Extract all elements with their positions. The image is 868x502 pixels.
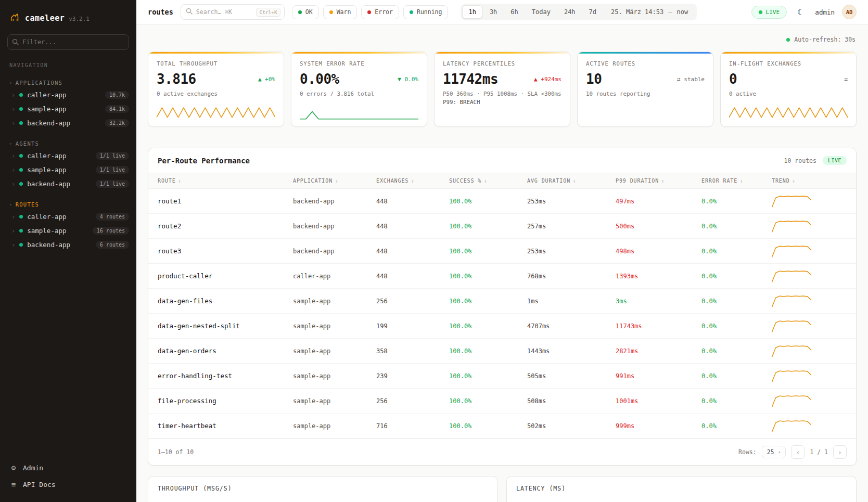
cell-success: 100.0% [440,239,518,264]
cell-error-rate: 0.0% [692,264,762,289]
cell-success: 100.0% [440,364,518,389]
table-row[interactable]: error-handling-test sample-app 239 100.0… [148,364,856,389]
table-row[interactable]: data-gen-nested-split sample-app 199 100… [148,314,856,339]
sort-icon: ↕ [178,178,182,184]
count-badge: 1/1 live [96,180,129,188]
sidebar-item-label: caller-app [27,213,66,221]
sort-icon: ↕ [484,178,487,184]
cell-p99-duration: 1001ms [606,389,692,414]
range-button[interactable]: 1h [462,5,482,19]
column-header-error-rate[interactable]: ERROR RATE↕ [692,173,762,189]
table-row[interactable]: timer-heartbeat sample-app 716 100.0% 50… [148,414,856,439]
sidebar-item[interactable]: › backend-app 32.2k [0,116,136,130]
cell-success: 100.0% [440,189,518,214]
column-header-success-[interactable]: SUCCESS %↕ [440,173,518,189]
cell-success: 100.0% [440,314,518,339]
chip-label: OK [305,8,313,16]
sidebar-item-label: backend-app [27,119,70,127]
column-header-p99-duration[interactable]: P99 DURATION↕ [606,173,692,189]
status-dot [19,121,23,125]
filter-chip[interactable]: OK [292,5,319,19]
filter-chip[interactable]: Running [403,5,448,19]
kpi-value: 0 [729,71,737,87]
cell-p99-duration: 1393ms [606,264,692,289]
sidebar-footer: ⚙ Admin ≡ API Docs [0,454,136,502]
cell-avg-duration: 1443ms [518,339,606,364]
chevron-right-icon: › [11,120,15,127]
filter-chip[interactable]: Error [361,5,399,19]
table-row[interactable]: route2 backend-app 448 100.0% 257ms 500m… [148,214,856,239]
panel-title: Per-Route Performance [158,157,250,165]
table-row[interactable]: route1 backend-app 448 100.0% 253ms 497m… [148,189,856,214]
cell-route: data-gen-files [148,289,284,314]
cell-error-rate: 0.0% [692,389,762,414]
sidebar-section-header[interactable]: ▾ AGENTS [0,138,136,149]
theme-toggle[interactable]: ☾ [794,5,808,19]
table-row[interactable]: route3 backend-app 448 100.0% 253ms 498m… [148,239,856,264]
cell-exchanges: 448 [367,264,440,289]
sidebar-item-admin[interactable]: ⚙ Admin [9,459,127,476]
rows-per-page-select[interactable]: 25 ▾ [762,446,786,458]
cell-trend [762,389,856,414]
cell-exchanges: 448 [367,239,440,264]
cell-trend [762,339,856,364]
chart-panel: LATENCY (MS) [506,476,857,502]
column-header-route[interactable]: ROUTE↕ [148,173,284,189]
next-page-button[interactable]: › [833,445,847,459]
username: admin [815,8,835,16]
table-row[interactable]: data-gen-orders sample-app 358 100.0% 14… [148,339,856,364]
column-header-application[interactable]: APPLICATION↕ [284,173,367,189]
table-row[interactable]: file-processing sample-app 256 100.0% 50… [148,389,856,414]
kpi-delta: ⇄ [844,76,848,83]
sidebar-item[interactable]: › caller-app 10.7k [0,88,136,102]
sidebar-section-label: APPLICATIONS [16,80,62,86]
column-header-trend[interactable]: TREND↕ [762,173,856,189]
column-header-avg-duration[interactable]: AVG DURATION↕ [518,173,606,189]
main-area: routes Ctrl+K OK Warn Error Running 1h3h… [136,0,868,502]
date-range-display[interactable]: 25. März 14:53 — now [604,8,695,16]
live-toggle[interactable]: LIVE [751,6,787,19]
per-route-performance-panel: Per-Route Performance 10 routes LIVE ROU… [148,148,857,466]
kpi-sparkline [300,104,418,121]
column-header-exchanges[interactable]: EXCHANGES↕ [367,173,440,189]
sidebar-item[interactable]: › sample-app 1/1 live [0,163,136,177]
search-input[interactable] [196,8,253,16]
sidebar-item[interactable]: › caller-app 1/1 live [0,149,136,163]
range-button[interactable]: 3h [483,5,503,19]
sort-icon: ↕ [661,178,665,184]
range-end-value: now [676,8,688,16]
range-button[interactable]: 6h [504,5,524,19]
pagination-range: 1–10 of 10 [158,448,194,456]
prev-page-button[interactable]: ‹ [791,445,805,459]
range-button[interactable]: 24h [558,5,582,19]
filter-chip[interactable]: Warn [323,5,358,19]
cell-p99-duration: 991ms [606,364,692,389]
sidebar-filter-input[interactable] [7,34,129,50]
sidebar-section-header[interactable]: ▾ APPLICATIONS [0,78,136,88]
kpi-card: TOTAL THROUGHPUT 3.816 ▲ +0% 0 active ex… [148,52,284,127]
range-button[interactable]: Today [526,5,557,19]
kpi-card: SYSTEM ERROR RATE 0.00% ▼ 0.0% 0 errors … [291,52,427,127]
table-row[interactable]: product-caller caller-app 448 100.0% 768… [148,264,856,289]
sidebar-item[interactable]: › caller-app 4 routes [0,210,136,224]
sidebar-section-items: › caller-app 10.7k › sample-app 84.1k › … [0,88,136,130]
cell-p99-duration: 11743ms [606,314,692,339]
range-button[interactable]: 7d [583,5,603,19]
chip-label: Error [375,8,393,16]
sidebar-item[interactable]: › backend-app 6 routes [0,238,136,252]
table-row[interactable]: data-gen-files sample-app 256 100.0% 1ms… [148,289,856,314]
sidebar-item[interactable]: › backend-app 1/1 live [0,177,136,191]
avatar[interactable]: AD [842,5,857,19]
sidebar-item-api-docs[interactable]: ≡ API Docs [9,476,127,493]
cell-avg-duration: 1ms [518,289,606,314]
chart-panel: THROUGHPUT (MSG/S) [148,476,498,502]
table-footer: 1–10 of 10 Rows: 25 ▾ ‹ 1 / 1 › [148,439,856,465]
sidebar-item[interactable]: › sample-app 84.1k [0,102,136,116]
sidebar-item-label: backend-app [27,241,70,249]
kpi-label: SYSTEM ERROR RATE [300,60,418,67]
status-dot [19,182,23,186]
sidebar-section-header[interactable]: ▾ ROUTES [0,199,136,210]
kpi-label: IN-FLIGHT EXCHANGES [729,60,848,67]
cell-avg-duration: 502ms [518,414,606,439]
sidebar-item[interactable]: › sample-app 16 routes [0,224,136,238]
